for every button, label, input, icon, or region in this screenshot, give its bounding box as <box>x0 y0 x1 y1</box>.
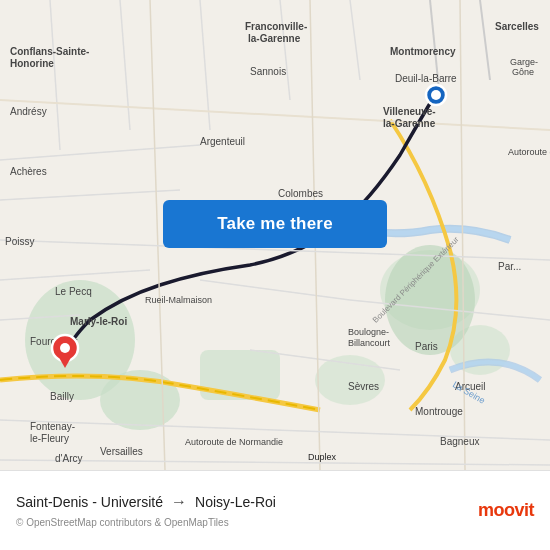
svg-text:Conflans-Sainte-: Conflans-Sainte- <box>10 46 89 57</box>
svg-text:Sannois: Sannois <box>250 66 286 77</box>
svg-text:Sarcelles: Sarcelles <box>495 21 539 32</box>
svg-text:Gône: Gône <box>512 67 534 77</box>
svg-text:Paris: Paris <box>415 341 438 352</box>
svg-text:Versailles: Versailles <box>100 446 143 457</box>
svg-text:Montmorency: Montmorency <box>390 46 456 57</box>
svg-text:la-Garenne: la-Garenne <box>248 33 301 44</box>
svg-text:la-Garenne: la-Garenne <box>383 118 436 129</box>
svg-text:Par...: Par... <box>498 261 521 272</box>
svg-point-73 <box>431 90 441 100</box>
svg-text:Franconville-: Franconville- <box>245 21 307 32</box>
svg-text:Honorine: Honorine <box>10 58 54 69</box>
svg-point-5 <box>315 355 385 405</box>
svg-text:Bailly: Bailly <box>50 391 74 402</box>
arrow-icon: → <box>171 493 187 511</box>
svg-text:Deuil-la-Barre: Deuil-la-Barre <box>395 73 457 84</box>
svg-point-71 <box>60 343 70 353</box>
destination-label: Noisy-Le-Roi <box>195 494 276 510</box>
svg-text:Marly-le-Roi: Marly-le-Roi <box>70 316 127 327</box>
map-container: Conflans-Sainte- Honorine Andrésy Achère… <box>0 0 550 470</box>
svg-text:Autoroute du N...: Autoroute du N... <box>508 147 550 157</box>
footer: Saint-Denis - Université → Noisy-Le-Roi … <box>0 470 550 550</box>
svg-text:Achères: Achères <box>10 166 47 177</box>
svg-text:Billancourt: Billancourt <box>348 338 391 348</box>
svg-text:d'Arcy: d'Arcy <box>55 453 82 464</box>
svg-text:Argenteuil: Argenteuil <box>200 136 245 147</box>
route-row: Saint-Denis - Université → Noisy-Le-Roi <box>16 493 478 511</box>
svg-text:Duplex: Duplex <box>308 452 337 462</box>
origin-label: Saint-Denis - Université <box>16 494 163 510</box>
svg-text:Garge-: Garge- <box>510 57 538 67</box>
svg-text:le-Fleury: le-Fleury <box>30 433 69 444</box>
svg-text:Boulogne-: Boulogne- <box>348 327 389 337</box>
svg-text:Fontenay-: Fontenay- <box>30 421 75 432</box>
svg-text:Villeneuve-: Villeneuve- <box>383 106 436 117</box>
svg-text:Le Pecq: Le Pecq <box>55 286 92 297</box>
svg-text:Rueil-Malmaison: Rueil-Malmaison <box>145 295 212 305</box>
svg-text:Colombes: Colombes <box>278 188 323 199</box>
footer-route-info: Saint-Denis - Université → Noisy-Le-Roi … <box>16 493 478 528</box>
svg-text:Autoroute de Normandie: Autoroute de Normandie <box>185 437 283 447</box>
svg-text:Poissy: Poissy <box>5 236 34 247</box>
map-attribution: © OpenStreetMap contributors & OpenMapTi… <box>16 517 478 528</box>
take-me-there-button[interactable]: Take me there <box>163 200 387 248</box>
moovit-brand-text: moovit <box>478 500 534 521</box>
svg-text:Sèvres: Sèvres <box>348 381 379 392</box>
moovit-logo: moovit <box>478 500 534 521</box>
svg-text:Andrésy: Andrésy <box>10 106 47 117</box>
svg-text:Bagneux: Bagneux <box>440 436 479 447</box>
svg-text:Montrouge: Montrouge <box>415 406 463 417</box>
